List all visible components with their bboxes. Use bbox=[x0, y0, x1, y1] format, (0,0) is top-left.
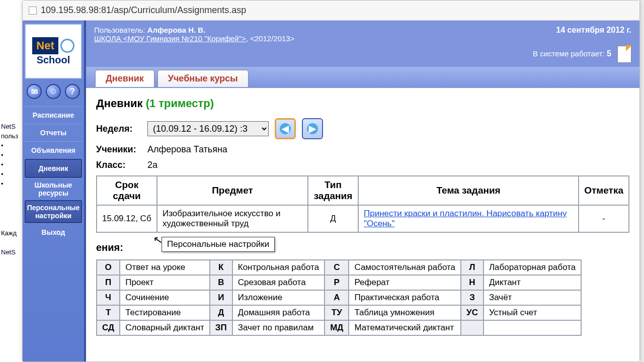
online-label: В системе работает: bbox=[533, 49, 605, 58]
school-year: <2012/2013> bbox=[250, 34, 294, 43]
legend-text: Сочинение bbox=[120, 290, 210, 305]
legend-code: З bbox=[461, 290, 484, 305]
class-label: Класс: bbox=[96, 160, 141, 170]
arrow-left-icon: ◀ bbox=[280, 123, 291, 134]
user-label: Пользователь: bbox=[94, 26, 145, 34]
week-label: Неделя: bbox=[96, 124, 141, 134]
legend-code: ЗП bbox=[210, 320, 232, 335]
assignments-table: Срок сдачи Предмет Тип задания Тема зада… bbox=[96, 175, 629, 233]
bg-text: NetS bbox=[1, 123, 23, 130]
legend-code: Р bbox=[325, 275, 349, 290]
legend-text: Домашняя работа bbox=[232, 305, 325, 320]
bg-bullet bbox=[1, 170, 23, 178]
help-icon[interactable]: ? bbox=[65, 84, 80, 99]
user-name: Алферова Н. В. bbox=[147, 26, 206, 34]
url-text: 109.195.98.98:81/asp/Curriculum/Assignme… bbox=[41, 5, 246, 16]
trimester-label: (1 триместр) bbox=[146, 97, 214, 110]
nav-exit[interactable]: Выход bbox=[25, 223, 82, 241]
page-title: Дневник (1 триместр) bbox=[96, 97, 629, 110]
url-bar[interactable]: 109.195.98.98:81/asp/Curriculum/Assignme… bbox=[23, 1, 639, 21]
legend-code: Н bbox=[461, 275, 484, 290]
legend-code: И bbox=[210, 290, 232, 305]
legend-code: С bbox=[325, 260, 349, 275]
bg-bullet bbox=[1, 180, 23, 188]
page-icon bbox=[29, 7, 37, 15]
logo-school: School bbox=[37, 54, 70, 66]
cell-mark: - bbox=[579, 205, 629, 232]
students-value: Алферова Татьяна bbox=[147, 144, 227, 155]
legend-row: ТТестированиеДДомашняя работаТУТаблица у… bbox=[97, 305, 581, 320]
legend-text: Самостоятельная работа bbox=[349, 260, 461, 275]
legend-text: Зачёт bbox=[484, 290, 581, 305]
legend-text: Словарный диктант bbox=[120, 320, 210, 335]
bg-bullet bbox=[1, 151, 23, 159]
nav-reports[interactable]: Отчеты bbox=[25, 124, 82, 141]
school-link[interactable]: ШКОЛА <МОУ Гимназия №210 "Корифей">, bbox=[94, 34, 248, 43]
sidebar: Net School ✉ ☺ ? Расписание Отчеты Объяв… bbox=[23, 21, 86, 361]
tooltip: Персональные настройки bbox=[162, 237, 275, 252]
legend-text: Реферат bbox=[349, 275, 461, 290]
tab-diary[interactable]: Дневник bbox=[95, 70, 154, 87]
mail-icon[interactable]: ✉ bbox=[27, 84, 42, 99]
content-area: Пользователь: Алферова Н. В. ШКОЛА <МОУ … bbox=[86, 21, 639, 361]
legend-code: О bbox=[97, 260, 120, 275]
legend-text: Тестирование bbox=[120, 305, 210, 320]
table-row: 15.09.12, Сб Изобразительное искусство и… bbox=[97, 205, 629, 232]
legend-text: Диктант bbox=[484, 275, 581, 290]
nav-diary[interactable]: Дневник bbox=[25, 159, 82, 178]
legend-code: Л bbox=[461, 260, 484, 275]
legend-code: УС bbox=[461, 305, 484, 320]
legend-table: ООтвет на урокеККонтрольная работаССамос… bbox=[96, 259, 582, 336]
prev-week-button[interactable]: ◀ bbox=[275, 118, 296, 139]
app-logo: Net School bbox=[25, 24, 82, 79]
week-select[interactable]: (10.09.12 - 16.09.12) :3 bbox=[147, 121, 269, 136]
legend-text: Практическая работа bbox=[349, 290, 461, 305]
legend-code: В bbox=[210, 275, 232, 290]
browser-window: 109.195.98.98:81/asp/Curriculum/Assignme… bbox=[22, 0, 640, 362]
legend-text: Контрольная работа bbox=[232, 260, 325, 275]
legend-row: ППроектВСрезовая работаРРефератНДиктант bbox=[97, 275, 581, 290]
legend-row: ЧСочинениеИИзложениеАПрактическая работа… bbox=[97, 290, 581, 305]
background-page: NetS польз Кажд NetS bbox=[0, 0, 24, 362]
legend-text: Изложение bbox=[232, 290, 325, 305]
legend-text: Устный счет bbox=[484, 305, 581, 320]
cell-type: Д bbox=[308, 205, 358, 232]
nav-settings[interactable]: Персональные настройки bbox=[25, 200, 82, 223]
cell-subject: Изобразительное искусство и художественн… bbox=[157, 205, 308, 232]
nav-schedule[interactable]: Расписание bbox=[25, 106, 82, 124]
logo-net: Net bbox=[32, 37, 58, 54]
legend-row: ООтвет на урокеККонтрольная работаССамос… bbox=[97, 260, 581, 275]
bg-text: NetS bbox=[1, 248, 23, 256]
table-header-row: Срок сдачи Предмет Тип задания Тема зада… bbox=[97, 176, 629, 205]
legend-code: К bbox=[210, 260, 232, 275]
legend-code: Д bbox=[210, 305, 232, 320]
cell-due: 15.09.12, Сб bbox=[97, 205, 157, 232]
legend-text: Срезовая работа bbox=[232, 275, 325, 290]
tab-courses[interactable]: Учебные курсы bbox=[157, 70, 249, 87]
legend-code bbox=[461, 320, 484, 335]
document-icon[interactable] bbox=[617, 46, 631, 63]
legend-code: Т bbox=[97, 305, 120, 320]
next-week-button[interactable]: ▶ bbox=[302, 118, 323, 139]
col-mark: Отметка bbox=[579, 176, 629, 205]
legend-code: МД bbox=[325, 320, 349, 335]
tabstrip: Дневник Учебные курсы bbox=[86, 67, 639, 88]
bg-bullet bbox=[1, 142, 23, 149]
users-icon[interactable]: ☺ bbox=[46, 84, 61, 99]
legend-code: П bbox=[97, 275, 120, 290]
legend-text bbox=[484, 320, 581, 335]
legend-text: Математический диктант bbox=[349, 320, 461, 335]
header-band: Пользователь: Алферова Н. В. ШКОЛА <МОУ … bbox=[86, 21, 639, 67]
bg-text: Кажд bbox=[1, 229, 23, 237]
legend-text: Лабораторная работа bbox=[484, 260, 581, 275]
bg-bullet bbox=[1, 161, 23, 168]
col-topic: Тема задания bbox=[358, 176, 579, 205]
legend-code: А bbox=[325, 290, 349, 305]
nav-resources[interactable]: Школьные ресурсы bbox=[25, 178, 82, 200]
col-type: Тип задания bbox=[308, 176, 358, 205]
current-date: 14 сентября 2012 г. bbox=[533, 26, 631, 35]
col-subject: Предмет bbox=[157, 176, 308, 205]
nav-announcements[interactable]: Объявления bbox=[25, 141, 82, 159]
assignment-link[interactable]: Принести краски и пластилин. Нарисовать … bbox=[364, 209, 567, 228]
legend-row: СДСловарный диктантЗПЗачет по правиламМД… bbox=[97, 320, 581, 335]
